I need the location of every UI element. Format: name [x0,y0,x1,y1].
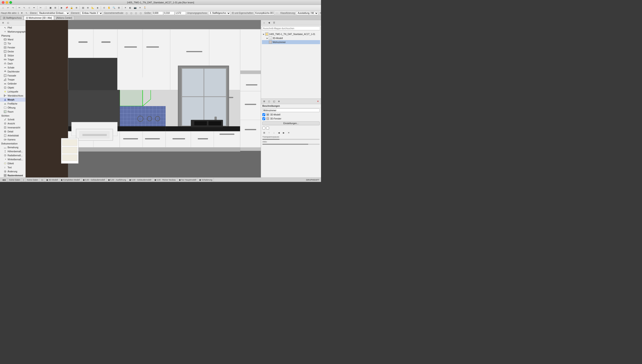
ursprung-dropdown[interactable]: 3. Staffelgeschoss [208,11,230,15]
sidebar-item-markierung[interactable]: ⌗ Markierungsgraph... [0,30,26,34]
tree-item-wohnzimmer[interactable]: 🪟 Wohnzimmer [262,40,320,44]
sidebar-item-wandabschluss[interactable]: Wandabschluss [0,94,26,98]
magic-wand-button[interactable]: ⊹ [27,6,32,10]
layout-button[interactable]: ▤ [81,6,85,10]
sidebar-item-bemahung[interactable]: Bemahung [0,145,26,149]
sidebar-item-radialbemass[interactable]: Radialbemaß... [0,153,26,157]
sidebar-item-lichtquelle[interactable]: Lichtquelle [0,90,26,94]
einstellungen-button[interactable]: Einstellungen... [262,122,320,125]
cursor2-icon[interactable]: ↖ [24,11,29,16]
status-neubau[interactable]: ◼ 0,00 - Reiner Neubau [153,178,178,182]
sidebar-item-fassade[interactable]: Fassade [0,74,26,78]
expand-button[interactable]: ⊕ [74,6,79,10]
sidebar-item-treppe[interactable]: Treppe [0,78,26,82]
sidebar-item-gelaender[interactable]: Geländer [0,82,26,86]
beschr-btn-4[interactable]: ⊗ [277,99,281,104]
id-input[interactable] [254,11,274,15]
navigator-options-button[interactable]: ☰ [272,20,276,25]
sidebar-item-dach[interactable]: Dach [0,62,26,66]
arrow-down-icon[interactable]: ▼ [20,11,24,16]
btn-f[interactable]: ✕ [286,130,291,135]
btn-e[interactable]: ▶ [282,130,286,135]
geo-mode2-icon[interactable]: ◻ [129,11,134,16]
view-toggle-button[interactable]: ⊞ [1,20,5,25]
pin-button[interactable]: 📌 [64,6,69,10]
sidebar-item-freiflaeche[interactable]: Freifläche [0,102,26,106]
btn-d[interactable]: ◀ [277,130,281,135]
sidebar-item-fenster[interactable]: Fenster [0,46,26,50]
beschr-btn-3[interactable]: ◱ [272,99,276,104]
sidebar-item-hoehenbemass[interactable]: Höhenbemaß... [0,149,26,153]
geo-mode3-icon[interactable]: ◻ [134,11,138,16]
render-button[interactable]: ◐ [128,6,132,10]
minimize-button[interactable] [6,1,8,4]
sidebar-item-raum[interactable]: R Raum [0,110,26,114]
aktiv-slider[interactable] [262,144,320,145]
sidebar-item-dachfenster[interactable]: Dachfenster [0,70,26,74]
sidebar-item-arbeitsblatt[interactable]: Arbeitsblatt [0,134,26,138]
element-dropdown[interactable]: Einbau Haube 27 [80,11,103,15]
status-komplettes[interactable]: ◼ Komplettes Modell [60,178,81,182]
sidebar-item-rasterelement[interactable]: Rasterelement [0,174,26,178]
sidebar-item-innenansicht[interactable]: Innenansicht [0,126,26,130]
btn-c[interactable]: ↓ [272,130,276,135]
beschr-close-button[interactable]: ✕ [316,99,320,104]
tab-wohnzimmer[interactable]: (I) Wohnzimmer [3D / Alle] [24,16,54,20]
klasse-dropdown[interactable]: Ausstattung / Möbel [296,11,318,15]
pan-button[interactable]: ✋ [107,6,111,10]
sidebar-item-pfeil[interactable]: ↖ Pfeil [0,26,26,30]
status-item-back[interactable]: ◀▶ [1,178,8,182]
tree-item-root[interactable]: ▶ 📁 1405_TMO-1_TN_DAT_Startdatei_AC27_1-… [262,32,320,36]
3dfenster-checkbox[interactable] [262,117,265,120]
status-gebaude-2[interactable]: ◼ 0,00 - Gebäudemodell [128,178,153,182]
status-ausfuehrung[interactable]: ◼ 5,00 - Ausführung [107,178,128,182]
sidebar-item-text[interactable]: T Text [0,166,26,170]
section-sichten-header[interactable]: Sichten [0,114,26,118]
tab-aktions-center[interactable]: [Aktions-Center] [54,16,74,20]
redo-button[interactable]: ↪ [11,6,15,10]
snap-button[interactable]: ⊗ [86,6,90,10]
status-3dmodell[interactable]: ◼ 3D-Modell [45,178,59,182]
sidebar-item-stuetze[interactable]: Stütze [0,54,26,58]
id-props-icon[interactable]: ⋯ [275,11,279,16]
tab-staffelgeschoss[interactable]: [3] Staffelgeschoss [1,16,24,20]
3dmodell-checkbox[interactable] [262,113,265,116]
geo-mode4-icon[interactable]: ◻ [138,11,143,16]
fullscreen-button[interactable] [9,1,12,4]
viewport[interactable] [26,20,261,178]
transparenz-slider[interactable] [262,139,320,140]
zoom-button[interactable]: 🔍 [112,6,116,10]
beschr-btn-1[interactable]: ⊞ [262,99,266,104]
lock-button[interactable]: 🔒 [69,6,74,10]
groesse-3-input[interactable] [175,11,186,15]
collapse-button[interactable]: ◱ [6,20,10,25]
cursor-button[interactable]: ↖ [22,6,26,10]
sun-button[interactable]: ☀ [123,6,128,10]
geo-mode-icon[interactable]: ◻ [124,11,129,16]
status-gebaude-1[interactable]: ◼ 0,00 - Gebäudemodell [82,178,106,182]
beschr-btn-2[interactable]: ◻ [267,99,271,104]
groesse-1-input[interactable] [152,11,163,15]
sidebar-item-traeger[interactable]: Träger [0,58,26,62]
tree-item-3dmodell[interactable]: ▶ ◻ 3D-Modell [262,36,320,40]
status-schattierung[interactable]: ◼ Schatierung [198,178,214,182]
ebene-dropdown[interactable]: Baukonstruktive Einbaut... [38,11,70,15]
btn-a[interactable]: ⊞ [262,130,266,135]
sidebar-item-etikett[interactable]: Etikett [0,162,26,166]
checkbox-2[interactable] [266,126,269,130]
sidebar-item-ansicht[interactable]: Ansicht [0,122,26,126]
sidebar-item-wand[interactable]: Wand [0,38,26,42]
home-button[interactable]: ⌂ [1,6,5,10]
box-select-button[interactable]: ⬜ [43,6,48,10]
orbit-button[interactable]: ⊙ [102,6,106,10]
sidebar-item-decke[interactable]: Decke [0,50,26,54]
navigator-back-button[interactable]: ◀ [267,20,271,25]
status-hauptmodell[interactable]: ◼ Nur Hauptmodell [178,178,198,182]
groesse-2-input[interactable] [164,11,174,15]
measure-button[interactable]: 📐 [90,6,95,10]
eyedropper-button[interactable]: ✒ [32,6,36,10]
sidebar-item-kamera[interactable]: Kamera [0,138,26,142]
cut-button[interactable]: ✂ [38,6,43,10]
sidebar-item-oeffnung[interactable]: Öffnung [0,106,26,110]
grid-button[interactable]: ⊞ [53,6,58,10]
